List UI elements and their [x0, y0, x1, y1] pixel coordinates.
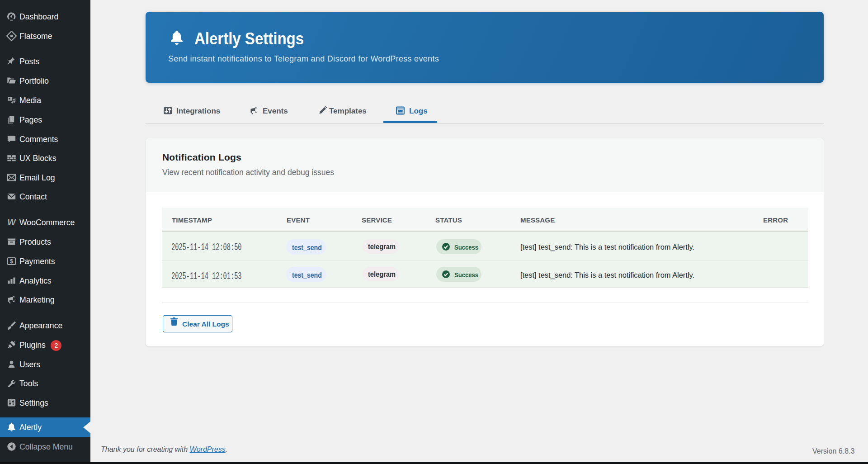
svg-text:$: $ [10, 258, 13, 265]
svg-text:W: W [7, 217, 16, 227]
